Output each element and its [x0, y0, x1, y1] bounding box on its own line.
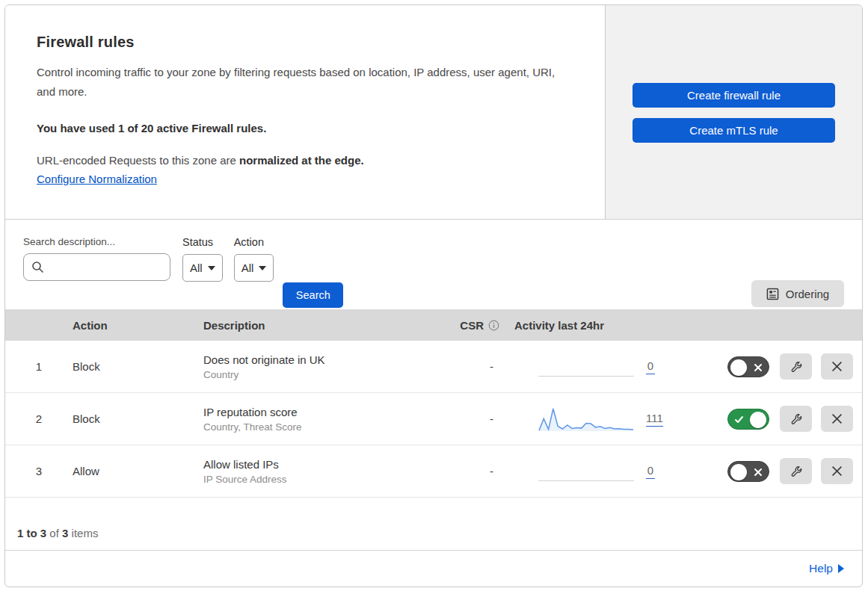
normalization-bold: normalized at the edge.: [239, 154, 364, 167]
help-arrow-icon: [838, 564, 844, 573]
rule-priority: 1: [5, 360, 73, 373]
toggle-knob: [730, 464, 747, 480]
action-filter-group: Action All: [234, 236, 274, 282]
rule-fields: IP Source Address: [203, 474, 435, 485]
rule-description: IP reputation score: [203, 406, 435, 418]
usage-summary: You have used 1 of 20 active Firewall ru…: [37, 122, 575, 134]
search-label: Search description...: [23, 236, 170, 247]
normalization-note: URL-encoded Requests to this zone are no…: [37, 154, 575, 167]
delete-rule-button[interactable]: [821, 458, 853, 484]
rule-toggle[interactable]: [727, 461, 769, 482]
rule-csr: -: [435, 360, 510, 373]
help-link[interactable]: Help: [809, 562, 844, 575]
delete-rule-button[interactable]: [821, 353, 853, 380]
status-label: Status: [182, 236, 223, 248]
action-dropdown-value: All: [241, 262, 254, 274]
rule-action: Block: [73, 412, 203, 425]
rule-activity-cell: 0: [510, 352, 682, 382]
status-dropdown[interactable]: All: [182, 254, 223, 282]
wrench-icon: [789, 465, 803, 478]
rule-priority: 2: [5, 412, 73, 425]
rule-description-cell: Allow listed IPs IP Source Address: [203, 458, 435, 485]
activity-sparkline: [538, 352, 634, 382]
rule-action: Allow: [73, 465, 203, 477]
header-text-panel: Firewall rules Control incoming traffic …: [5, 5, 606, 219]
page-description: Control incoming traffic to your zone by…: [37, 63, 575, 102]
delete-rule-button[interactable]: [821, 406, 853, 432]
col-description: Description: [203, 319, 435, 332]
configure-normalization-link[interactable]: Configure Normalization: [37, 173, 157, 185]
toggle-knob: [730, 359, 747, 376]
filter-bar: Search description... Status All Action …: [5, 220, 862, 309]
toggle-knob: [750, 412, 766, 428]
activity-sparkline: [538, 404, 634, 434]
ordering-icon: [766, 288, 779, 300]
edit-rule-button[interactable]: [780, 406, 812, 432]
table-row: 2 Block IP reputation score Country, Thr…: [5, 393, 862, 445]
rule-description-cell: Does not originate in UK Country: [203, 353, 435, 380]
info-icon[interactable]: [488, 320, 499, 331]
rule-priority: 3: [5, 465, 73, 477]
toggle-state-icon: [754, 462, 763, 483]
rule-activity-cell: 0: [510, 457, 682, 486]
edit-rule-button[interactable]: [780, 458, 812, 484]
activity-sparkline: [538, 457, 634, 486]
rule-controls: [682, 353, 862, 380]
toggle-state-icon: [734, 409, 744, 430]
rule-toggle[interactable]: [727, 356, 769, 377]
col-csr-label: CSR: [460, 319, 484, 332]
help-bar: Help: [5, 550, 862, 587]
rule-controls: [682, 458, 862, 484]
search-input[interactable]: [23, 253, 170, 281]
pagination-of: of: [46, 527, 62, 539]
status-filter-group: Status All: [182, 236, 223, 282]
activity-count-link[interactable]: 0: [646, 464, 655, 479]
rule-csr: -: [435, 412, 510, 425]
action-dropdown[interactable]: All: [234, 254, 274, 282]
wrench-icon: [789, 412, 803, 426]
search-icon: [31, 261, 44, 273]
col-activity: Activity last 24hr: [510, 319, 682, 332]
activity-count-link[interactable]: 111: [646, 412, 663, 427]
rule-fields: Country, Threat Score: [203, 421, 435, 433]
rule-csr: -: [435, 465, 510, 477]
search-button[interactable]: Search: [283, 282, 343, 308]
rule-activity-cell: 111: [510, 404, 682, 434]
status-dropdown-value: All: [190, 262, 203, 274]
search-group: Search description...: [23, 236, 170, 281]
rule-description: Allow listed IPs: [203, 458, 435, 471]
close-icon: [831, 413, 843, 424]
close-icon: [831, 465, 843, 477]
table-row: 3 Allow Allow listed IPs IP Source Addre…: [5, 445, 862, 498]
rule-description-cell: IP reputation score Country, Threat Scor…: [203, 406, 435, 433]
rule-description: Does not originate in UK: [203, 353, 435, 366]
header-actions-panel: Create firewall rule Create mTLS rule: [606, 5, 862, 219]
rule-controls: [682, 406, 862, 432]
page-title: Firewall rules: [37, 34, 575, 51]
pagination-items: items: [68, 527, 98, 539]
ordering-button-label: Ordering: [786, 288, 829, 300]
col-action: Action: [73, 319, 203, 332]
pagination-range: 1 to 3: [17, 527, 46, 539]
table-header-row: Action Description CSR Activity last 24h…: [5, 309, 862, 341]
action-label: Action: [234, 236, 274, 248]
wrench-icon: [789, 360, 803, 374]
ordering-button[interactable]: Ordering: [751, 280, 844, 307]
create-mtls-rule-button[interactable]: Create mTLS rule: [632, 118, 835, 143]
activity-count-link[interactable]: 0: [646, 359, 655, 374]
pagination-summary: 1 to 3 of 3 items: [5, 498, 862, 550]
toggle-state-icon: [754, 357, 763, 378]
firewall-rules-page: Firewall rules Control incoming traffic …: [4, 4, 863, 587]
col-csr: CSR: [435, 319, 510, 332]
rule-action: Block: [73, 360, 203, 373]
chevron-down-icon: [259, 266, 266, 270]
create-firewall-rule-button[interactable]: Create firewall rule: [632, 83, 835, 108]
edit-rule-button[interactable]: [780, 353, 812, 380]
header-section: Firewall rules Control incoming traffic …: [5, 5, 862, 220]
table-row: 1 Block Does not originate in UK Country…: [5, 341, 862, 393]
rule-fields: Country: [203, 369, 435, 380]
rule-toggle[interactable]: [727, 409, 769, 430]
close-icon: [831, 361, 843, 372]
help-link-label: Help: [809, 562, 833, 575]
chevron-down-icon: [208, 266, 215, 270]
